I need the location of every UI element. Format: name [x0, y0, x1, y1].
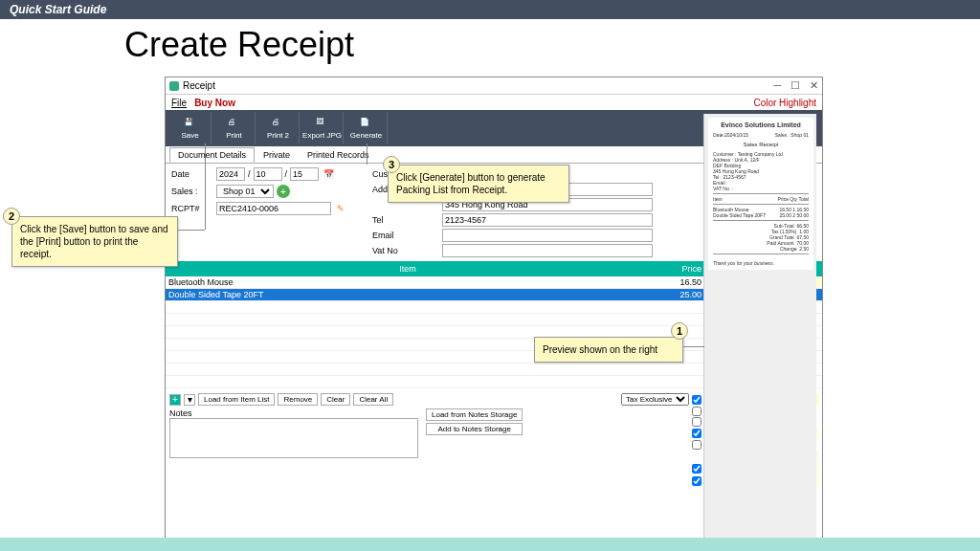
clear-all-button[interactable]: Clear All — [353, 393, 393, 406]
header-price: Price — [650, 264, 707, 274]
color-highlight-link[interactable]: Color Highlight — [753, 98, 816, 108]
date-day[interactable] — [290, 167, 319, 181]
add-notes-button[interactable]: Add to Notes Storage — [426, 423, 523, 435]
load-item-list-button[interactable]: Load from Item List — [198, 393, 275, 406]
rcpt-input[interactable] — [216, 202, 331, 215]
tab-private[interactable]: Private — [255, 147, 299, 163]
date-month[interactable] — [254, 167, 282, 181]
calendar-icon[interactable]: 📅 — [322, 167, 335, 181]
callout-3: 3 Click [Generate] button to generate Pa… — [388, 165, 569, 203]
callout-2-line-v — [205, 143, 206, 230]
guide-header: Quick Start Guide — [0, 0, 980, 19]
save-icon: 💾 — [184, 118, 197, 131]
subtotal-check[interactable] — [692, 395, 702, 405]
tax2-check[interactable] — [692, 440, 702, 450]
callout-3-line — [367, 143, 368, 165]
tel-label: Tel — [372, 215, 439, 225]
email-input[interactable] — [442, 229, 653, 242]
generate-icon: 📄 — [360, 118, 373, 131]
window-title: Receipt — [183, 80, 215, 91]
email-label: Email — [372, 231, 439, 240]
generate-button[interactable]: 📄Generate — [345, 112, 388, 144]
print-icon: 🖨 — [228, 118, 241, 131]
row-date: Date / / 📅 — [171, 167, 363, 181]
add-item-button[interactable]: + — [169, 394, 181, 406]
remove-item-button[interactable]: Remove — [278, 393, 318, 406]
paid-check[interactable] — [692, 464, 702, 474]
menu-buy-now[interactable]: Buy Now — [194, 98, 235, 108]
tax1-check[interactable] — [692, 429, 702, 438]
bottom-accent — [0, 538, 980, 551]
row-sales: Sales : Shop 01 + — [171, 185, 363, 198]
minimize-icon[interactable]: ─ — [773, 79, 781, 92]
sales-select[interactable]: Shop 01 — [216, 185, 274, 198]
date-label: Date — [171, 169, 213, 179]
callout-2-line — [178, 230, 205, 231]
row-rcpt: RCPT# ✎ — [171, 202, 363, 215]
tax-mode-select[interactable]: Tax Exclusive — [621, 393, 689, 406]
page-title: Create Receipt — [124, 25, 980, 65]
callout-2: 2 Click the [Save] button to save and th… — [11, 216, 178, 267]
menubar: File Buy Now Color Highlight — [166, 95, 822, 110]
load-notes-button[interactable]: Load from Notes Storage — [426, 408, 523, 421]
export-jpg-button[interactable]: 🖼Export JPG — [301, 112, 344, 144]
callout-1-line — [683, 346, 704, 347]
maximize-icon[interactable]: ☐ — [791, 79, 800, 92]
print2-icon: 🖨 — [272, 118, 285, 131]
header-item: Item — [166, 264, 650, 274]
service-check[interactable] — [692, 417, 702, 427]
vat-input[interactable] — [442, 244, 653, 257]
notes-textarea[interactable] — [169, 418, 418, 458]
preview-panel: Evinco Solutions Limited Date:2024/10/15… — [703, 114, 816, 539]
app-logo-icon — [169, 81, 179, 91]
rcpt-label: RCPT# — [171, 204, 213, 213]
callout-1: 1 Preview shown on the right — [534, 337, 683, 363]
preview-paper: Evinco Solutions Limited Date:2024/10/15… — [708, 118, 813, 270]
change-check[interactable] — [692, 476, 702, 486]
vat-label: Vat No — [372, 246, 439, 255]
add-sales-button[interactable]: + — [277, 185, 290, 198]
notes-label: Notes — [169, 408, 418, 418]
menu-file[interactable]: File — [171, 98, 187, 108]
print2-button[interactable]: 🖨Print 2 — [257, 112, 300, 144]
date-year[interactable] — [216, 167, 245, 181]
save-button[interactable]: 💾Save — [169, 112, 212, 144]
tel-input[interactable] — [442, 213, 653, 227]
edit-rcpt-icon[interactable]: ✎ — [334, 202, 347, 215]
tab-document-details[interactable]: Document Details — [169, 147, 255, 163]
receipt-window: Receipt ─ ☐ ✕ File Buy Now Color Highlig… — [165, 77, 823, 545]
close-icon[interactable]: ✕ — [810, 79, 818, 92]
export-icon: 🖼 — [316, 118, 329, 131]
clear-button[interactable]: Clear — [321, 393, 350, 406]
toggle-item-button[interactable]: ▾ — [184, 394, 195, 406]
sales-label: Sales : — [171, 187, 213, 196]
titlebar: Receipt ─ ☐ ✕ — [166, 77, 822, 95]
discount-check[interactable] — [692, 407, 702, 416]
print-button[interactable]: 🖨Print — [213, 112, 256, 144]
